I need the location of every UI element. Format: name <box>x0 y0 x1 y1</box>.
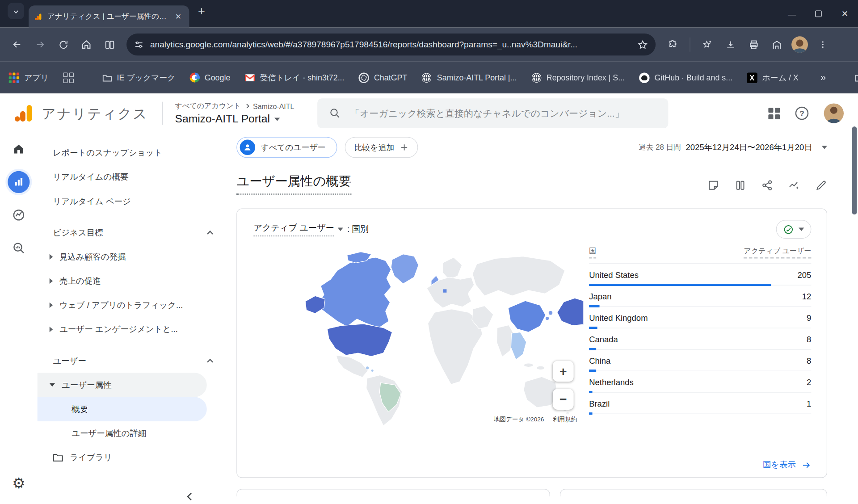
sparkle-star-icon[interactable] <box>697 34 718 55</box>
table-row[interactable]: China8 <box>589 350 811 371</box>
ga-search-bar[interactable]: 「オーガニック検索と直接的なチャネルでのコンバージョン...」 <box>317 98 668 128</box>
tab-search-button[interactable] <box>8 3 24 19</box>
admin-gear-icon[interactable]: ⚙ <box>12 475 25 492</box>
bookmark-item[interactable]: IE ブックマーク <box>102 72 175 83</box>
nav-user-attributes-detail[interactable]: ユーザー属性の詳細 <box>38 421 226 445</box>
window-maximize-button[interactable] <box>805 0 832 28</box>
url-text[interactable]: analytics.google.com/analytics/web/#/a37… <box>150 40 631 50</box>
notes-icon[interactable] <box>707 179 719 191</box>
reload-button[interactable] <box>53 34 74 55</box>
bookmark-item[interactable]: X ホーム / X <box>747 72 799 83</box>
map-alaska-wrap[interactable] <box>557 298 584 326</box>
map-southeast-asia[interactable] <box>511 332 526 360</box>
map-united-states[interactable] <box>327 324 392 357</box>
map-caribbean[interactable] <box>371 370 374 372</box>
nav-user-attributes[interactable]: ユーザー属性 <box>38 373 207 397</box>
table-row[interactable]: United States205 <box>589 264 811 286</box>
profile-avatar[interactable] <box>789 34 810 55</box>
world-map[interactable]: + − 地図データ ©2026 利用規約 <box>253 246 583 428</box>
nav-web-app-traffic[interactable]: ウェブ / アプリのトラフィック... <box>38 293 226 317</box>
table-row[interactable]: Canada8 <box>589 328 811 350</box>
nav-collapse-button[interactable] <box>188 491 193 501</box>
map-scandinavia[interactable] <box>443 257 462 279</box>
scrollbar-thumb[interactable] <box>852 126 857 214</box>
insights-icon[interactable] <box>788 179 800 191</box>
map-alaska[interactable] <box>305 296 325 313</box>
forward-button[interactable] <box>29 34 50 55</box>
browser-menu-icon[interactable] <box>812 34 833 55</box>
nav-overview-selected[interactable]: 概要 <box>38 397 207 421</box>
bookmarks-overflow-button[interactable]: » <box>820 72 826 84</box>
bookmark-item[interactable]: Google <box>190 72 231 82</box>
rail-home-icon[interactable] <box>5 136 32 162</box>
back-button[interactable] <box>7 34 28 55</box>
data-quality-badge[interactable] <box>776 220 812 239</box>
rail-explore-icon[interactable] <box>5 202 32 228</box>
date-range-picker[interactable]: 過去 28 日間 2025年12月24日〜2026年1月20日 <box>639 142 827 152</box>
map-indonesia[interactable] <box>537 366 544 370</box>
nav-realtime-overview[interactable]: リアルタイムの概要 <box>38 165 226 189</box>
map-netherlands[interactable] <box>443 289 446 292</box>
nav-drive-sales[interactable]: 売上の促進 <box>38 269 226 293</box>
map-russia[interactable] <box>472 256 565 296</box>
table-row[interactable]: Netherlands2 <box>589 371 811 393</box>
zoom-out-button[interactable]: − <box>553 389 574 410</box>
nav-user-engagement[interactable]: ユーザー エンゲージメントと... <box>38 317 226 341</box>
nav-library[interactable]: ライブラリ <box>38 445 226 470</box>
zoom-in-button[interactable]: + <box>553 361 574 382</box>
tab-close-icon[interactable]: ✕ <box>173 12 184 21</box>
map-greenland[interactable] <box>391 254 419 284</box>
page-scrollbar[interactable] <box>850 133 858 504</box>
bookmark-item[interactable]: ChatGPT <box>359 72 408 83</box>
bookmark-item[interactable]: Samizo-AITL Portal |... <box>421 72 517 83</box>
nav-section-user[interactable]: ユーザー <box>38 349 226 373</box>
map-japan[interactable] <box>546 317 549 320</box>
bookmark-item[interactable]: Repository Index | S... <box>531 72 625 83</box>
site-settings-icon[interactable] <box>134 40 143 49</box>
map-terms-link[interactable]: 利用規約 <box>553 415 577 423</box>
view-countries-link[interactable]: 国を表示 <box>763 460 812 470</box>
add-comparison-button[interactable]: 比較を追加 <box>345 137 418 158</box>
column-header-metric[interactable]: アクティブ ユーザー <box>744 246 811 258</box>
new-tab-button[interactable]: + <box>198 4 205 19</box>
map-caribbean[interactable] <box>366 366 369 369</box>
nav-section-business-goals[interactable]: ビジネス目標 <box>38 221 226 245</box>
rail-reports-icon[interactable] <box>5 169 32 195</box>
account-switcher[interactable]: すべてのアカウントSamizo-AITL Samizo-AITL Portal <box>175 101 294 125</box>
metric-selector[interactable]: アクティブ ユーザー : <box>253 222 349 236</box>
bookmark-star-icon[interactable] <box>637 39 648 50</box>
window-minimize-button[interactable]: — <box>779 0 805 28</box>
table-row[interactable]: Brazil1 <box>589 393 811 414</box>
help-icon[interactable]: ? <box>795 107 809 120</box>
bookmark-item[interactable]: 受信トレイ - shin3t72... <box>244 72 344 83</box>
print-icon[interactable] <box>743 34 764 55</box>
edit-pencil-icon[interactable] <box>815 179 827 191</box>
address-bar[interactable]: analytics.google.com/analytics/web/#/a37… <box>126 34 656 55</box>
comparison-icon[interactable] <box>734 179 746 191</box>
user-avatar[interactable] <box>824 103 844 123</box>
side-panel-button[interactable] <box>99 34 120 55</box>
map-japan[interactable] <box>549 311 553 315</box>
nav-realtime-pages[interactable]: リアルタイム ページ <box>38 189 226 213</box>
map-canada[interactable] <box>317 257 391 328</box>
window-close-button[interactable]: ✕ <box>832 0 858 28</box>
all-bookmarks-button[interactable]: すべてのブックマーク <box>854 72 858 83</box>
bookmark-item[interactable]: GitHub · Build and s... <box>639 72 732 83</box>
share-icon[interactable] <box>761 179 773 191</box>
nav-lead-generation[interactable]: 見込み顧客の発掘 <box>38 245 226 269</box>
rail-advertising-icon[interactable] <box>5 235 32 261</box>
ga-apps-grid-icon[interactable] <box>768 108 780 119</box>
organization-icon[interactable] <box>766 34 787 55</box>
home-button[interactable] <box>76 34 97 55</box>
bookmark-apps[interactable]: アプリ <box>9 72 49 83</box>
nav-report-snapshot[interactable]: レポートのスナップショット <box>38 141 226 165</box>
bookmark-grid-button[interactable] <box>63 72 73 83</box>
table-row[interactable]: Japan12 <box>589 286 811 307</box>
table-row[interactable]: United Kingdom9 <box>589 307 811 328</box>
map-china[interactable] <box>508 301 546 332</box>
dimension-selector[interactable]: 国別 <box>352 223 369 235</box>
map-mexico[interactable] <box>336 355 368 377</box>
audience-chip[interactable]: すべてのユーザー <box>236 137 337 158</box>
extensions-icon[interactable] <box>662 34 683 55</box>
download-icon[interactable] <box>720 34 741 55</box>
